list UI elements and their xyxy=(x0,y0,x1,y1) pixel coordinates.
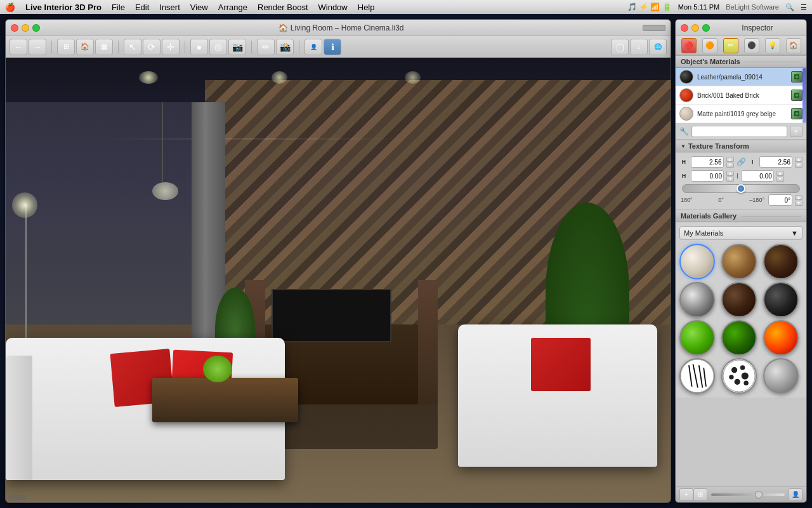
gallery-item-zebra[interactable] xyxy=(679,358,715,394)
menu-view[interactable]: View xyxy=(190,3,208,12)
frame-button[interactable]: ▢ xyxy=(611,39,629,55)
inspector-tab-object[interactable]: 🟠 xyxy=(702,38,717,53)
rotation-slider-container xyxy=(679,184,802,193)
menu-window[interactable]: Window xyxy=(318,3,348,12)
thumbnail-size-thumb[interactable] xyxy=(755,491,763,498)
gallery-item-dark-wood[interactable] xyxy=(763,244,799,279)
material-swatch-leather xyxy=(679,70,693,84)
offset-x-input[interactable]: 0.00 xyxy=(691,170,724,182)
menu-help[interactable]: Help xyxy=(358,3,375,12)
maximize-button[interactable] xyxy=(32,24,40,32)
menu-app-name[interactable]: Live Interior 3D Pro xyxy=(25,3,102,12)
snapshot-button[interactable]: 📷 xyxy=(228,39,246,55)
toolbar-separator-1 xyxy=(51,41,52,53)
info-button[interactable]: ℹ xyxy=(324,39,341,55)
rotation-input[interactable]: 0° xyxy=(768,194,792,206)
offset-y-decrement[interactable]: ▼ xyxy=(776,177,784,182)
inspector-tab-lighting[interactable]: 💡 xyxy=(765,38,780,53)
walk-button[interactable]: 👤 xyxy=(304,39,322,55)
gallery-item-wood-light[interactable] xyxy=(721,244,757,279)
rotation-slider[interactable] xyxy=(682,184,800,193)
add-material-button[interactable]: + xyxy=(679,488,693,501)
material-item-brick[interactable]: Brick/001 Baked Brick xyxy=(676,86,806,105)
gallery-dropdown[interactable]: My Materials ▼ xyxy=(679,226,802,240)
select-tool-button[interactable]: ↖ xyxy=(124,39,141,55)
scale-x-increment[interactable]: ▲ xyxy=(726,157,734,162)
scale-y-decrement[interactable]: ▼ xyxy=(795,163,802,168)
render-mode-button[interactable]: ▦ xyxy=(95,39,113,55)
orbit2-button[interactable]: ◎ xyxy=(209,39,227,55)
apple-menu[interactable]: 🍎 xyxy=(5,3,15,12)
record-button[interactable]: ● xyxy=(190,39,208,55)
draw-tool-button[interactable]: ✏ xyxy=(257,39,275,55)
scale-y-input[interactable]: 2.56 xyxy=(759,156,792,168)
rotation-thumb[interactable] xyxy=(737,184,745,193)
orbit-tool-button[interactable]: ⟳ xyxy=(143,39,160,55)
inspector-maximize-button[interactable] xyxy=(702,24,710,32)
scale-x-decrement[interactable]: ▼ xyxy=(726,163,734,168)
inspector-tab-texture[interactable]: ✏ xyxy=(723,38,738,53)
nav-back-button[interactable]: ← xyxy=(10,39,27,55)
menu-arrange[interactable]: Arrange xyxy=(218,3,247,12)
materials-list: Leather/pamela_09014 Brick/001 Baked Bri… xyxy=(676,68,806,124)
gallery-item-fire[interactable] xyxy=(763,320,799,356)
offset-x-decrement[interactable]: ▼ xyxy=(726,177,734,182)
view-3d-button[interactable]: 🏠 xyxy=(76,39,94,55)
gallery-item-chrome[interactable] xyxy=(679,282,715,318)
rotation-decrement[interactable]: ▼ xyxy=(795,201,802,206)
offset-x-increment[interactable]: ▲ xyxy=(726,171,734,176)
grid-view-button[interactable]: ⊞ xyxy=(693,488,707,501)
gallery-item-dalmatian[interactable] xyxy=(721,358,757,394)
scale-x-input[interactable]: 2.56 xyxy=(691,156,724,168)
menu-insert[interactable]: Insert xyxy=(159,3,180,12)
menu-extra-icon[interactable]: ☰ xyxy=(801,3,807,11)
close-button[interactable] xyxy=(11,24,18,32)
gallery-header: Materials Gallery xyxy=(676,210,806,222)
inspector-tab-surface[interactable]: ⚫ xyxy=(744,38,759,53)
rotation-increment[interactable]: ▲ xyxy=(795,195,802,200)
menu-edit[interactable]: Edit xyxy=(135,3,149,12)
3d-viewport[interactable] xyxy=(6,58,671,502)
search-input[interactable] xyxy=(691,126,787,137)
home-view-button[interactable]: ⌂ xyxy=(630,39,648,55)
gallery-item-green-bright[interactable] xyxy=(679,320,715,356)
inspector-tab-materials[interactable]: 🔴 xyxy=(681,38,697,53)
offset-y-increment[interactable]: ▲ xyxy=(776,171,784,176)
objects-materials-header: Object's Materials xyxy=(676,55,806,68)
traffic-lights xyxy=(11,24,40,32)
scale-y-increment[interactable]: ▲ xyxy=(795,157,802,162)
person-icon-button[interactable]: 👤 xyxy=(789,488,802,501)
rotation-stepper: ▲ ▼ xyxy=(795,195,802,206)
thumbnail-size-slider[interactable] xyxy=(711,493,785,496)
material-item-leather[interactable]: Leather/pamela_09014 xyxy=(676,68,806,86)
floorplan-button[interactable]: ⊞ xyxy=(57,39,75,55)
gallery-item-leather[interactable] xyxy=(721,282,757,318)
inspector-tab-room[interactable]: 🏠 xyxy=(786,38,801,53)
photo-button[interactable]: 📸 xyxy=(276,39,294,55)
search-icon[interactable]: 🔍 xyxy=(785,3,794,11)
gallery-item-green-dark[interactable] xyxy=(721,320,757,356)
main-toolbar: ← → ⊞ 🏠 ▦ ↖ ⟳ ✛ ● ◎ xyxy=(6,36,671,58)
scale-y-stepper: ▲ ▼ xyxy=(795,157,802,168)
gallery-item-white-plaster[interactable] xyxy=(679,244,715,279)
menu-file[interactable]: File xyxy=(112,3,125,12)
gallery-item-dark-metal[interactable] xyxy=(763,282,799,318)
menu-render-boost[interactable]: Render Boost xyxy=(258,3,308,12)
outdoor-button[interactable]: 🌐 xyxy=(649,39,667,55)
inspector-minimize-button[interactable] xyxy=(691,24,699,32)
nav-forward-button[interactable]: → xyxy=(29,39,46,55)
material-item-matte[interactable]: Matte paint/1019 grey beige xyxy=(676,105,806,123)
materials-scrollbar[interactable] xyxy=(802,68,806,123)
wrench-icon[interactable]: 🔧 xyxy=(679,127,689,136)
search-menu-button[interactable]: ≡ xyxy=(790,126,802,137)
viewport-scrollbar[interactable] xyxy=(8,495,27,500)
offset-y-input[interactable]: 0.00 xyxy=(741,170,774,182)
move-tool-button[interactable]: ✛ xyxy=(162,39,180,55)
inspector-title: Inspector xyxy=(714,23,801,32)
gallery-item-silver[interactable] xyxy=(763,358,799,394)
inspector-close-button[interactable] xyxy=(681,24,688,32)
main-window-title: 🏠 Living Room – Home Cinema.li3d xyxy=(44,23,639,32)
resize-handle[interactable] xyxy=(643,25,665,31)
scale-h-label: H xyxy=(679,159,688,165)
minimize-button[interactable] xyxy=(22,24,29,32)
